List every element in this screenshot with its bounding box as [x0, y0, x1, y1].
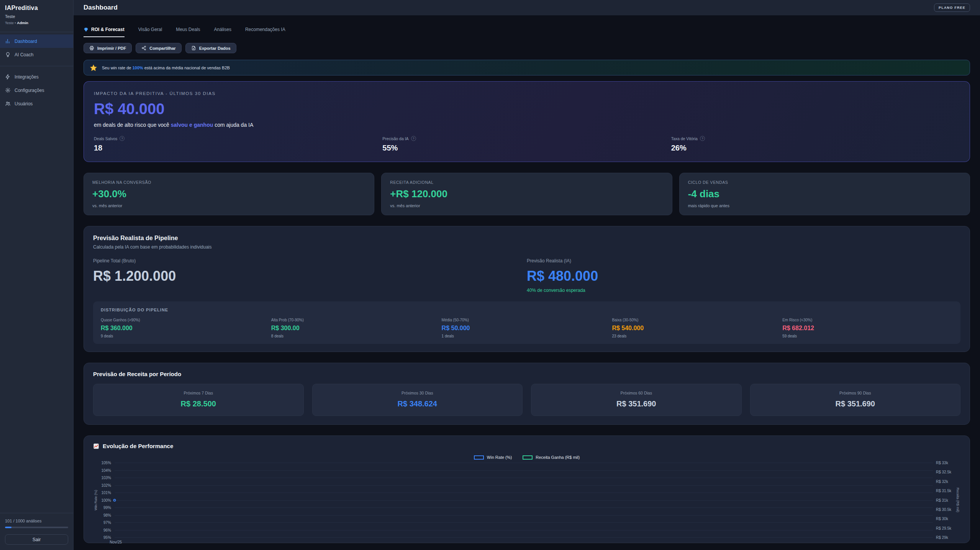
page-title: Dashboard	[84, 4, 118, 11]
sidebar-item-label: AI Coach	[15, 52, 33, 57]
right-axis-tick: R$ 29.5k	[936, 526, 951, 530]
bucket-label: Baixa (30-50%)	[612, 318, 782, 322]
metric-value: +30.0%	[92, 188, 365, 200]
metric-card-ciclo: CICLO DE VENDAS -4 dias mais rápido que …	[679, 173, 970, 215]
topbar: Dashboard PLANO FREE	[74, 0, 980, 15]
forecast-grid: Próximos 7 Dias R$ 28.500 Próximos 30 Di…	[93, 384, 960, 416]
print-pdf-button[interactable]: Imprimir / PDF	[84, 43, 132, 53]
pipeline-totals: Pipeline Total (Bruto) R$ 1.200.000 Prev…	[93, 258, 960, 293]
chart-title: Evolução de Performance	[103, 443, 173, 449]
impact-subtitle-suffix: com ajuda da IA	[215, 122, 253, 128]
sidebar-nav-divider	[0, 66, 73, 66]
zap-icon	[5, 74, 11, 80]
period-label: Próximos 90 Dias	[754, 391, 957, 395]
bucket-label: Quase Ganhos (>90%)	[101, 318, 271, 322]
star-icon	[90, 64, 97, 72]
right-axis-tick: R$ 29k	[936, 535, 948, 540]
bucket-label: Média (50-70%)	[442, 318, 612, 322]
tab-label: Recomendações IA	[245, 27, 285, 32]
bucket-deals: 9 deals	[101, 334, 271, 338]
right-axis-tick: R$ 33k	[936, 461, 948, 465]
forecast-title: Previsão de Receita por Período	[93, 371, 960, 377]
winrate-banner: Seu win rate de 100% está acima da média…	[84, 60, 970, 75]
tab-visao-geral[interactable]: Visão Geral	[138, 27, 162, 37]
bucket-baixa: Baixa (30-50%) R$ 540.000 23 deals	[612, 318, 782, 338]
bar-chart-icon	[5, 38, 11, 44]
help-icon[interactable]: ?	[700, 136, 705, 141]
chart-area: Win Rate (%) 105%104%103%102%101%100%99%…	[93, 463, 960, 537]
tab-label: Meus Deals	[176, 27, 200, 32]
user-name: Teste	[5, 21, 14, 25]
bucket-value: R$ 360.000	[101, 325, 271, 332]
stat-label: Deals Salvos	[94, 136, 117, 141]
brand-name: IAPreditiva	[5, 5, 68, 11]
forecast-card-60d: Próximos 60 Dias R$ 351.690	[531, 384, 742, 416]
sidebar-item-integracoes[interactable]: Integrações	[0, 70, 73, 83]
export-data-button[interactable]: Exportar Dados	[185, 43, 236, 53]
legend-label: Win Rate (%)	[487, 455, 512, 460]
main-area: Dashboard PLANO FREE ROI & Forecast Visã…	[74, 0, 980, 550]
metric-card-receita: RECEITA ADICIONAL +R$ 120.000 vs. mês an…	[381, 173, 672, 215]
share-icon	[141, 46, 146, 51]
left-axis-tick: 99%	[103, 506, 111, 510]
printer-icon	[89, 46, 94, 51]
impact-subtitle-prefix: em deals de alto risco que você	[94, 122, 169, 128]
usage-progress-fill	[5, 527, 11, 528]
right-axis-title: Receita (R$ mil)	[955, 463, 960, 537]
help-icon[interactable]: ?	[411, 136, 416, 141]
bucket-quase-ganhos: Quase Ganhos (>90%) R$ 360.000 9 deals	[101, 318, 271, 338]
legend-win-rate[interactable]: Win Rate (%)	[474, 455, 512, 460]
tab-recomendacoes-ia[interactable]: Recomendações IA	[245, 27, 285, 37]
share-button[interactable]: Compartilhar	[136, 43, 181, 53]
chart-gridline	[115, 530, 933, 530]
legend-receita-ganha[interactable]: Receita Ganha (R$ mil)	[523, 455, 580, 460]
forecast-card-7d: Próximos 7 Dias R$ 28.500	[93, 384, 304, 416]
stat-taxa-vitoria: Taxa de Vitória ? 26%	[671, 136, 960, 152]
sidebar-item-label: Usuários	[15, 101, 33, 106]
stat-precisao-ia: Precisão da IA ? 55%	[382, 136, 671, 152]
help-icon[interactable]: ?	[120, 136, 125, 141]
period-value: R$ 351.690	[535, 399, 737, 408]
pipeline-gross-value: R$ 1.200.000	[93, 268, 527, 284]
impact-title: IMPACTO DA IA PREDITIVA - ÚLTIMOS 30 DIA…	[94, 91, 960, 96]
sidebar-item-label: Dashboard	[15, 39, 37, 44]
period-label: Próximos 30 Dias	[316, 391, 519, 395]
sidebar-item-configuracoes[interactable]: Configurações	[0, 83, 73, 97]
stat-value: 55%	[382, 144, 671, 152]
metric-cards: MELHORIA NA CONVERSÃO +30.0% vs. mês ant…	[84, 173, 970, 215]
bucket-deals: 1 deals	[442, 334, 612, 338]
right-axis-tick: R$ 32.5k	[936, 470, 951, 474]
gem-icon	[84, 27, 88, 32]
metric-value: +R$ 120.000	[390, 188, 663, 200]
plan-badge[interactable]: PLANO FREE	[934, 3, 970, 12]
pipeline-realistic-value: R$ 480.000	[527, 268, 960, 284]
user-role: Admin	[17, 21, 28, 25]
pipeline-gross-label: Pipeline Total (Bruto)	[93, 258, 527, 264]
sidebar-item-ai-coach[interactable]: AI Coach	[0, 48, 73, 61]
left-axis-tick: 103%	[101, 476, 111, 480]
distribution-grid: Quase Ganhos (>90%) R$ 360.000 9 deals A…	[101, 318, 953, 338]
chart-gridline	[115, 470, 933, 471]
logout-button[interactable]: Sair	[5, 534, 68, 545]
chart-gridline	[115, 463, 933, 463]
sidebar: IAPreditiva Teste Teste • Admin Dashboar…	[0, 0, 74, 550]
tab-label: ROI & Forecast	[91, 27, 125, 32]
sidebar-item-dashboard[interactable]: Dashboard	[0, 34, 73, 48]
chart-left-ticks: 105%104%103%102%101%100%99%98%97%96%95%	[98, 463, 115, 537]
user-line: Teste • Admin	[5, 21, 68, 25]
tab-analises[interactable]: Análises	[214, 27, 231, 37]
users-icon	[5, 101, 11, 106]
tab-roi-forecast[interactable]: ROI & Forecast	[84, 27, 125, 37]
button-label: Exportar Dados	[199, 46, 231, 51]
right-axis-tick: R$ 31.5k	[936, 489, 951, 493]
right-axis-tick: R$ 30.5k	[936, 507, 951, 511]
sidebar-item-usuarios[interactable]: Usuários	[0, 97, 73, 110]
legend-label: Receita Ganha (R$ mil)	[536, 455, 580, 460]
chart-legend: Win Rate (%) Receita Ganha (R$ mil)	[93, 455, 960, 460]
metric-card-conversao: MELHORIA NA CONVERSÃO +30.0% vs. mês ant…	[84, 173, 374, 215]
pipeline-title: Previsão Realista de Pipeline	[93, 235, 960, 242]
tab-meus-deals[interactable]: Meus Deals	[176, 27, 200, 37]
workspace-name: Teste	[5, 14, 68, 19]
right-axis-tick: R$ 30k	[936, 517, 948, 521]
chart-up-icon	[93, 443, 99, 449]
